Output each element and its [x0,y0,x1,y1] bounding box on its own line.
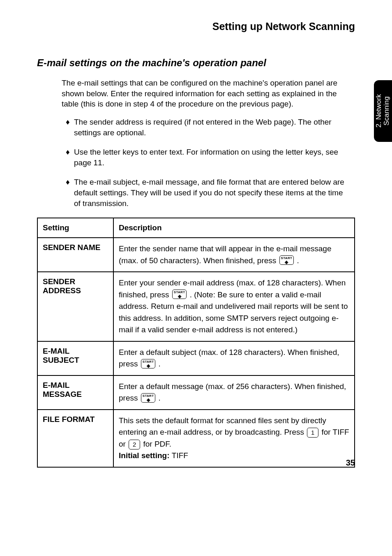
table-row: E-MAIL SUBJECT Enter a default subject (… [37,341,355,375]
page-number: 35 [346,458,355,468]
table-row: SENDER ADDRESS Enter your sender e-mail … [37,272,355,341]
col-header-setting: Setting [37,218,113,238]
side-tab-label: 2. Network Scanning [375,94,390,127]
start-key-icon: START◈ [141,359,156,368]
bullet-item: ♦ Use the letter keys to enter text. For… [66,147,351,168]
col-header-description: Description [113,218,355,238]
initial-setting-label: Initial setting: [119,451,172,460]
desc-text: for PDF. [143,440,171,448]
settings-table: Setting Description SENDER NAME Enter th… [37,218,355,468]
desc-text: . [159,359,161,368]
cell-setting: SENDER NAME [37,238,113,272]
intro-paragraph: The e-mail settings that can be configur… [62,78,351,109]
section-title: E-mail settings on the machine's operati… [37,57,355,69]
number-key-icon: 2 [129,440,140,449]
bullet-text: The e-mail subject, e-mail message, and … [74,177,351,208]
bullet-diamond-icon: ♦ [66,177,74,208]
bullet-item: ♦ The e-mail subject, e-mail message, an… [66,177,351,208]
number-key-icon: 1 [307,428,318,438]
bullet-diamond-icon: ♦ [66,117,74,138]
start-key-icon: START◈ [172,290,187,299]
desc-text: . [159,394,161,402]
cell-description: Enter your sender e-mail address (max. o… [113,272,355,341]
cell-description: Enter the sender name that will appear i… [113,238,355,272]
initial-setting-value: TIFF [172,451,188,460]
page-header-title: Setting up Network Scanning [37,21,355,32]
cell-setting: SENDER ADDRESS [37,272,113,341]
table-row: FILE FORMAT This sets the default format… [37,410,355,467]
cell-description: This sets the default format for scanned… [113,410,355,467]
side-tab: 2. Network Scanning [374,80,392,142]
start-key-icon: START◈ [279,255,294,265]
bullet-item: ♦ The sender address is required (if not… [66,117,351,138]
cell-description: Enter a default subject (max. of 128 cha… [113,341,355,375]
bullet-text: Use the letter keys to enter text. For i… [74,147,351,168]
cell-setting: E-MAIL MESSAGE [37,375,113,410]
table-header-row: Setting Description [37,218,355,238]
desc-text: This sets the default format for scanned… [119,416,326,437]
bullet-diamond-icon: ♦ [66,147,74,168]
cell-description: Enter a default message (max. of 256 cha… [113,375,355,410]
bullet-list: ♦ The sender address is required (if not… [66,117,351,208]
cell-setting: FILE FORMAT [37,410,113,467]
desc-text: . [297,256,299,265]
desc-text: Enter the sender name that will appear i… [119,244,332,265]
start-key-icon: START◈ [141,393,156,403]
table-row: E-MAIL MESSAGE Enter a default message (… [37,375,355,410]
table-row: SENDER NAME Enter the sender name that w… [37,238,355,272]
bullet-text: The sender address is required (if not e… [74,117,351,138]
cell-setting: E-MAIL SUBJECT [37,341,113,375]
